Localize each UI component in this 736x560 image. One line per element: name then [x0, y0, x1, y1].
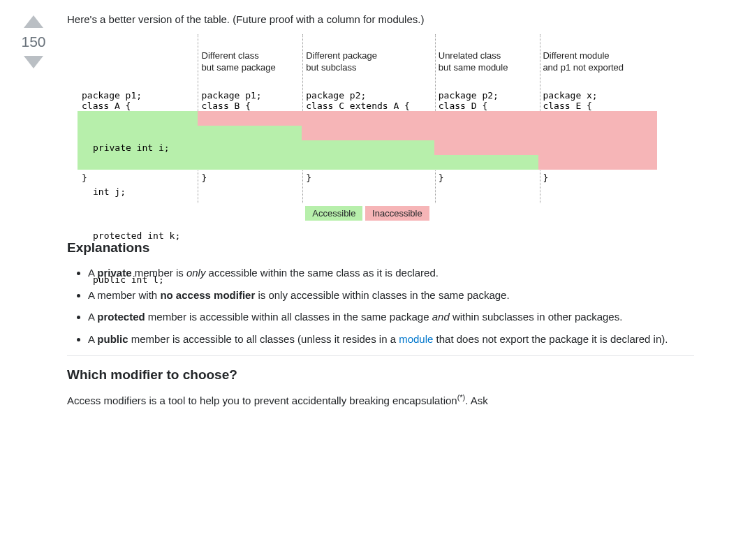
decl-c: package p2; class C extends A {	[302, 90, 434, 111]
text: member is accessible within all classes …	[145, 311, 432, 323]
class-decl-row: package p1; class A { package p1; class …	[78, 80, 657, 111]
upvote-button[interactable]	[21, 13, 46, 29]
text: A	[88, 333, 97, 345]
hdr-same-package: Different class but same package	[198, 47, 302, 78]
seg-inaccessible	[538, 111, 657, 170]
hdr-subclass: Different package but subclass	[302, 47, 434, 78]
downvote-button[interactable]	[21, 54, 46, 71]
heading-which-modifier: Which modifier to choose?	[67, 367, 694, 383]
field-private: private int i;	[93, 140, 180, 155]
module-link[interactable]: module	[399, 333, 433, 345]
col-d	[434, 111, 539, 170]
close-d: }	[434, 172, 539, 183]
text: that does not export the package it is d…	[433, 333, 668, 345]
svg-marker-1	[24, 56, 43, 68]
close-e: }	[538, 172, 657, 183]
field-public: public int l;	[93, 272, 180, 287]
decl-d: package p2; class D {	[434, 90, 539, 111]
field-rows: private int i; int j; protected int k; p…	[78, 111, 657, 170]
access-diagram: Different class but same package Differe…	[78, 47, 657, 221]
hdr-diff-module: Different module and p1 not exported	[538, 47, 657, 78]
close-c: }	[302, 172, 434, 183]
text: member is accessible to all classes (unl…	[128, 333, 399, 345]
chevron-down-icon	[21, 54, 46, 71]
svg-marker-0	[24, 15, 43, 28]
legend-inaccessible: Inaccessible	[365, 206, 429, 221]
close-b: }	[198, 172, 302, 183]
field-protected: protected int k;	[93, 228, 180, 243]
col-c	[302, 111, 434, 170]
col-e	[538, 111, 657, 170]
field-labels: private int i; int j; protected int k; p…	[93, 111, 180, 316]
diagram-body: package p1; class A { package p1; class …	[78, 80, 657, 178]
chevron-up-icon	[21, 13, 46, 29]
text: within subclasses in other packages.	[450, 311, 623, 323]
decl-a: package p1; class A {	[78, 90, 198, 111]
vote-score: 150	[21, 34, 45, 50]
text: and	[432, 311, 450, 323]
text: Access modifiers is a tool to help you t…	[67, 395, 457, 406]
hdr-same-module: Unrelated class but same module	[434, 47, 539, 78]
intro-text: Here's a better version of the table. (F…	[67, 13, 694, 27]
text: public	[97, 333, 128, 345]
text: only	[186, 267, 206, 279]
hdr-empty	[78, 47, 198, 78]
text: is only accessible within classes in the…	[255, 289, 509, 301]
text: accessible within the same class as it i…	[205, 267, 438, 279]
decl-b: package p1; class B {	[198, 90, 302, 111]
diagram-headers: Different class but same package Differe…	[78, 47, 657, 78]
seg-accessible	[302, 140, 434, 170]
separator	[67, 355, 694, 356]
seg-accessible	[434, 155, 539, 170]
legend-accessible: Accessible	[305, 206, 362, 221]
decl-e: package x; class E {	[538, 90, 657, 111]
vote-column: 150	[14, 13, 53, 71]
list-item: A public member is accessible to all cla…	[88, 332, 694, 347]
answer-page: 150 Here's a better version of the table…	[0, 0, 736, 560]
seg-inaccessible	[434, 111, 539, 155]
footnote-marker: (*)	[457, 393, 466, 401]
text: Ask	[468, 395, 487, 406]
seg-accessible	[198, 126, 302, 170]
which-paragraph: Access modifiers is a tool to help you t…	[67, 392, 694, 408]
field-default: int j;	[93, 184, 180, 199]
answer-content: Here's a better version of the table. (F…	[67, 13, 694, 408]
seg-inaccessible	[198, 111, 302, 126]
seg-inaccessible	[302, 111, 434, 140]
col-b	[198, 111, 302, 170]
